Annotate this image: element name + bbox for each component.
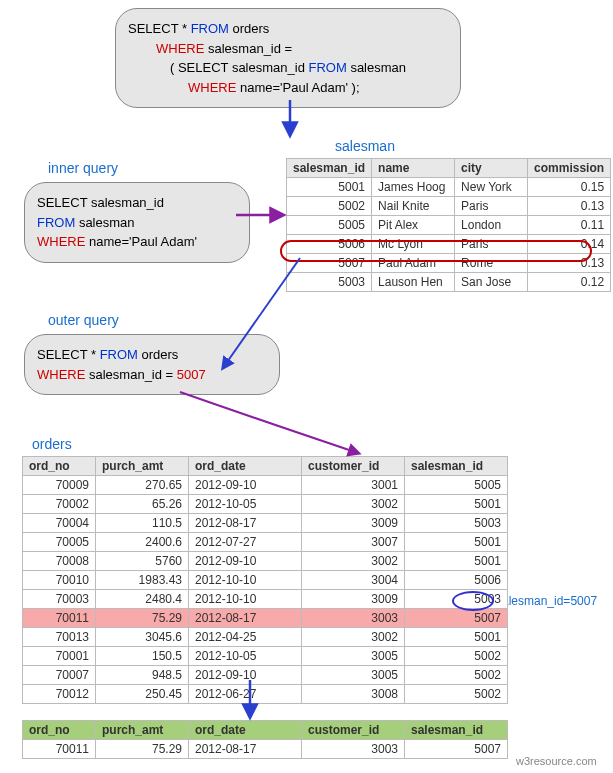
sql-text: name='Paul Adam' ); bbox=[236, 80, 359, 95]
table-cell: 70013 bbox=[23, 628, 96, 647]
table-cell: 75.29 bbox=[96, 740, 189, 759]
table-cell: 70003 bbox=[23, 590, 96, 609]
table-header-row: ord_nopurch_amtord_datecustomer_idsalesm… bbox=[23, 457, 508, 476]
table-row: 5005Pit AlexLondon0.11 bbox=[287, 216, 611, 235]
table-cell: 150.5 bbox=[96, 647, 189, 666]
table-cell: 0.11 bbox=[528, 216, 611, 235]
table-cell: 3002 bbox=[302, 628, 405, 647]
table-cell: 5006 bbox=[405, 571, 508, 590]
table-cell: 70012 bbox=[23, 685, 96, 704]
column-header: ord_date bbox=[189, 457, 302, 476]
column-header: customer_id bbox=[302, 721, 405, 740]
column-header: ord_no bbox=[23, 721, 96, 740]
table-cell: Lauson Hen bbox=[372, 273, 455, 292]
table-cell: 5002 bbox=[405, 685, 508, 704]
salesman-table-label: salesman bbox=[335, 138, 395, 154]
outer-query-box: SELECT * FROM orders WHERE salesman_id =… bbox=[24, 334, 280, 395]
table-cell: 2012-09-10 bbox=[189, 666, 302, 685]
highlight-oval bbox=[452, 591, 494, 611]
query-line: WHERE name='Paul Adam' bbox=[37, 232, 237, 252]
table-cell: 3003 bbox=[302, 609, 405, 628]
table-cell: 5002 bbox=[405, 666, 508, 685]
table-cell: 3005 bbox=[302, 666, 405, 685]
table-cell: 3008 bbox=[302, 685, 405, 704]
table-cell: 70009 bbox=[23, 476, 96, 495]
sql-text: salesman bbox=[347, 60, 406, 75]
table-cell: 2012-08-17 bbox=[189, 740, 302, 759]
sql-text: orders bbox=[229, 21, 269, 36]
table-cell: 5005 bbox=[287, 216, 372, 235]
query-line: SELECT * FROM orders bbox=[128, 19, 448, 39]
table-header-row: salesman_idnamecitycommission bbox=[287, 159, 611, 178]
result-table: ord_nopurch_amtord_datecustomer_idsalesm… bbox=[22, 720, 508, 759]
table-cell: 70001 bbox=[23, 647, 96, 666]
column-header: salesman_id bbox=[405, 457, 508, 476]
table-row: 5003Lauson HenSan Jose0.12 bbox=[287, 273, 611, 292]
table-cell: 2012-06-27 bbox=[189, 685, 302, 704]
table-cell: 2012-08-17 bbox=[189, 609, 302, 628]
table-cell: 110.5 bbox=[96, 514, 189, 533]
column-header: salesman_id bbox=[405, 721, 508, 740]
sql-keyword: FROM bbox=[309, 60, 347, 75]
query-line: WHERE salesman_id = bbox=[128, 39, 448, 59]
table-cell: 2012-10-10 bbox=[189, 590, 302, 609]
sql-text: SELECT * bbox=[128, 21, 191, 36]
table-row: 70004110.52012-08-1730095003 bbox=[23, 514, 508, 533]
table-cell: 2012-10-05 bbox=[189, 647, 302, 666]
table-cell: 5007 bbox=[405, 609, 508, 628]
table-cell: Pit Alex bbox=[372, 216, 455, 235]
arrow-curve-icon bbox=[180, 392, 355, 452]
top-query-box: SELECT * FROM orders WHERE salesman_id =… bbox=[115, 8, 461, 108]
table-cell: 3002 bbox=[302, 552, 405, 571]
table-cell: 2400.6 bbox=[96, 533, 189, 552]
sql-value: 5007 bbox=[177, 367, 206, 382]
table-row: 700133045.62012-04-2530025001 bbox=[23, 628, 508, 647]
table-cell: 70011 bbox=[23, 740, 96, 759]
sql-keyword: WHERE bbox=[188, 80, 236, 95]
query-line: SELECT salesman_id bbox=[37, 193, 237, 213]
table-cell: 2012-08-17 bbox=[189, 514, 302, 533]
column-header: salesman_id bbox=[287, 159, 372, 178]
sql-text: salesman_id = bbox=[204, 41, 292, 56]
table-cell: 70007 bbox=[23, 666, 96, 685]
table-row: 7000265.262012-10-0530025001 bbox=[23, 495, 508, 514]
column-header: customer_id bbox=[302, 457, 405, 476]
table-row: 7001175.292012-08-1730035007 bbox=[23, 609, 508, 628]
orders-table-label: orders bbox=[32, 436, 72, 452]
table-cell: 3004 bbox=[302, 571, 405, 590]
column-header: commission bbox=[528, 159, 611, 178]
table-cell: 3003 bbox=[302, 740, 405, 759]
column-header: city bbox=[455, 159, 528, 178]
sql-keyword: WHERE bbox=[156, 41, 204, 56]
table-cell: 70010 bbox=[23, 571, 96, 590]
table-cell: 250.45 bbox=[96, 685, 189, 704]
table-row: 7001175.292012-08-1730035007 bbox=[23, 740, 508, 759]
table-cell: 65.26 bbox=[96, 495, 189, 514]
attribution-text: w3resource.com bbox=[516, 755, 597, 767]
query-line: SELECT * FROM orders bbox=[37, 345, 267, 365]
table-cell: 5001 bbox=[287, 178, 372, 197]
table-row: 70007948.52012-09-1030055002 bbox=[23, 666, 508, 685]
table-header-row: ord_nopurch_amtord_datecustomer_idsalesm… bbox=[23, 721, 508, 740]
table-cell: 5001 bbox=[405, 552, 508, 571]
table-cell: 70004 bbox=[23, 514, 96, 533]
sql-text: orders bbox=[138, 347, 178, 362]
table-cell: 70008 bbox=[23, 552, 96, 571]
sql-keyword: WHERE bbox=[37, 367, 85, 382]
table-cell: 5760 bbox=[96, 552, 189, 571]
sql-keyword: FROM bbox=[37, 215, 75, 230]
table-row: 5002Nail KniteParis0.13 bbox=[287, 197, 611, 216]
table-cell: Nail Knite bbox=[372, 197, 455, 216]
table-cell: 0.15 bbox=[528, 178, 611, 197]
table-cell: 3045.6 bbox=[96, 628, 189, 647]
table-cell: 5001 bbox=[405, 628, 508, 647]
column-header: purch_amt bbox=[96, 457, 189, 476]
table-cell: 5003 bbox=[287, 273, 372, 292]
outer-query-label: outer query bbox=[48, 312, 119, 328]
table-cell: 70011 bbox=[23, 609, 96, 628]
table-row: 7000857602012-09-1030025001 bbox=[23, 552, 508, 571]
table-cell: 5001 bbox=[405, 495, 508, 514]
column-header: purch_amt bbox=[96, 721, 189, 740]
query-line: WHERE name='Paul Adam' ); bbox=[128, 78, 448, 98]
table-cell: New York bbox=[455, 178, 528, 197]
